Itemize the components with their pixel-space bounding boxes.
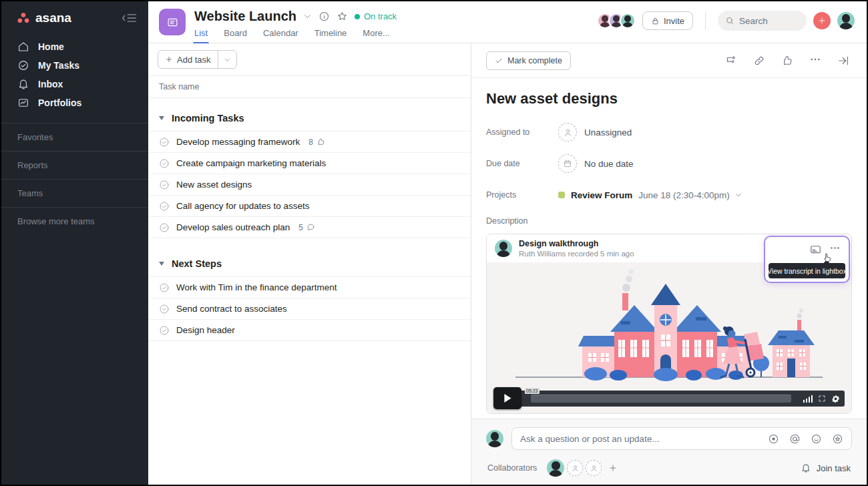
asana-logo: asana [16,11,71,25]
due-date-placeholder[interactable] [558,154,577,173]
logo-text: asana [35,11,71,25]
collaborator-placeholder[interactable] [567,460,583,476]
task-row[interactable]: Create campaign marketing materials [148,153,471,174]
section-header-incoming-tasks[interactable]: Incoming Tasks [148,109,471,132]
search-input[interactable] [739,16,797,26]
emoji-icon[interactable] [811,433,822,445]
volume-icon[interactable] [803,395,813,403]
task-row[interactable]: Develop messaging framework 8 [148,132,471,153]
comment-icon [306,223,315,232]
add-task-dropdown[interactable] [218,51,236,68]
info-icon[interactable] [318,11,330,22]
sidebar-section-favorites[interactable]: Favorites [1,123,148,151]
project-chevron-down-icon[interactable] [303,12,312,21]
sidebar-item-inbox[interactable]: Inbox [1,75,148,93]
task-row[interactable]: Call agency for updates to assets [148,196,471,217]
calendar-icon [563,159,572,168]
user-avatar[interactable] [837,12,855,29]
create-button[interactable] [813,12,831,29]
star-icon[interactable] [337,11,348,22]
attach-link-icon[interactable] [753,55,765,67]
video-player[interactable]: 05:23 [487,262,851,413]
comment-input[interactable] [520,434,760,444]
collapse-panel-icon[interactable] [837,55,849,67]
task-row[interactable]: Send contract to associates [148,298,471,320]
transcript-icon[interactable] [809,243,822,256]
sidebar-item-portfolios[interactable]: Portfolios [1,93,148,112]
task-name: Call agency for updates to assets [176,201,310,211]
tab-timeline[interactable]: Timeline [314,28,347,43]
column-header-task-name[interactable]: Task name [148,76,471,98]
comment-area: Collaborators Join task [471,419,867,485]
mention-icon[interactable] [789,433,801,445]
sidebar-section-browse-teams[interactable]: Browse more teams [1,207,148,235]
appreciation-icon[interactable] [832,433,843,445]
video-progress-bar[interactable] [531,395,791,403]
overflow-icon[interactable] [809,53,821,68]
video-author-avatar[interactable] [495,240,512,257]
thumbs-up-icon[interactable] [781,55,793,67]
collapse-sidebar-icon[interactable] [122,12,138,24]
collaborator-placeholder[interactable] [586,460,602,476]
project-schedule[interactable]: June 18 (2:30-4:00pm) [638,190,742,200]
search-bar[interactable] [718,11,807,31]
sidebar-item-label: Home [38,41,64,52]
play-button[interactable] [493,387,521,409]
section-header-next-steps[interactable]: Next Steps [148,254,471,277]
task-check-icon[interactable] [159,201,170,212]
search-icon [725,16,734,25]
mark-complete-label: Mark complete [507,56,562,65]
project-name: Review Forum [571,190,632,200]
task-row[interactable]: Work with Tim in the finance department [148,277,471,298]
collaborator-avatar[interactable] [547,459,564,477]
sidebar-item-label: Portfolios [38,97,81,108]
sidebar-section-reports[interactable]: Reports [1,151,148,179]
record-icon[interactable] [768,433,779,445]
settings-icon[interactable] [831,395,840,403]
member-avatar[interactable] [620,13,636,29]
home-icon [17,41,29,53]
task-check-icon[interactable] [159,137,170,148]
section-caret-icon [159,116,164,120]
add-collaborator-icon[interactable] [608,463,618,473]
task-list-pane: Add task Task name Incoming Tasks [148,43,471,485]
video-title[interactable]: Design walkthrough [519,239,634,248]
task-check-icon[interactable] [159,222,170,233]
join-task-button[interactable]: Join task [801,463,851,473]
comment-box[interactable] [511,427,852,450]
invite-label: Invite [664,16,684,26]
sidebar-item-home[interactable]: Home [1,37,148,56]
tab-calendar[interactable]: Calendar [263,28,298,43]
project-chip[interactable]: Review Forum June 18 (2:30-4:00pm) [558,190,742,200]
task-check-icon[interactable] [159,304,170,314]
tab-more[interactable]: More... [363,28,389,43]
task-row[interactable]: Design header [148,320,471,341]
task-title[interactable]: New asset designs [486,90,852,107]
fullscreen-icon[interactable] [818,395,826,403]
invite-button[interactable]: Invite [642,11,693,30]
sidebar-item-my-tasks[interactable]: My Tasks [1,56,148,75]
chevron-down-icon [734,191,742,199]
task-row-selected[interactable]: New asset designs [148,174,471,196]
task-check-icon[interactable] [159,180,170,190]
commenter-avatar[interactable] [486,430,503,447]
subtask-icon[interactable] [725,55,737,67]
mark-complete-button[interactable]: Mark complete [486,51,571,70]
task-row[interactable]: Develop sales outreach plan 5 [148,217,471,238]
assigned-to-value[interactable]: Unassigned [584,128,632,138]
assignee-placeholder-avatar[interactable] [558,123,577,142]
task-check-icon[interactable] [159,282,170,293]
task-check-icon[interactable] [159,325,170,336]
add-task-button[interactable]: Add task [158,50,237,69]
task-name: Send contract to associates [176,304,287,314]
tab-board[interactable]: Board [224,28,247,43]
task-check-icon[interactable] [159,158,170,169]
project-icon[interactable] [159,9,186,35]
task-name: Design header [176,325,235,335]
due-date-value[interactable]: No due date [584,159,634,169]
status-badge[interactable]: On track [355,11,397,21]
sidebar-section-teams[interactable]: Teams [1,179,148,207]
person-icon [571,464,580,473]
tab-list[interactable]: List [194,28,208,43]
person-icon [590,464,598,473]
